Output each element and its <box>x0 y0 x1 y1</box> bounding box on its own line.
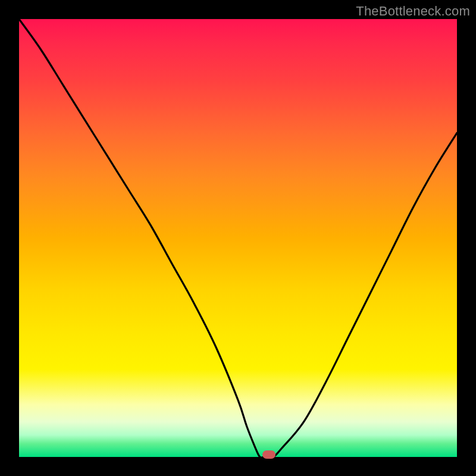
bottleneck-curve <box>19 19 457 457</box>
plot-area <box>19 19 457 457</box>
optimum-marker <box>262 450 275 459</box>
chart-frame: TheBottleneck.com <box>0 0 476 476</box>
watermark-text: TheBottleneck.com <box>356 4 470 19</box>
